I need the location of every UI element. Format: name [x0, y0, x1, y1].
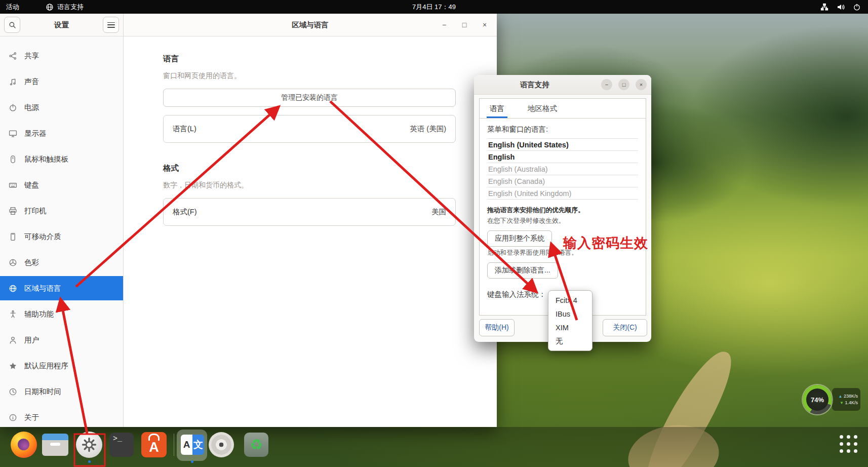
- sidebar-item-accessibility[interactable]: 辅助功能: [0, 302, 123, 326]
- upload-value: 238K/s: [844, 394, 858, 399]
- dialog-titlebar: 语言支持 − □ ×: [474, 75, 651, 95]
- close-icon[interactable]: ×: [636, 79, 647, 90]
- list-item-language[interactable]: English (United Kingdom): [487, 187, 638, 200]
- show-apps-button[interactable]: [840, 435, 857, 453]
- upload-speed: ▲ 238K/s: [839, 394, 858, 399]
- language-section-subtitle: 窗口和网页使用的语言。: [163, 71, 456, 81]
- settings-sidebar: 设置 共享 声音 电源: [0, 14, 124, 427]
- sidebar-item-label: 显示器: [24, 129, 47, 138]
- close-button[interactable]: ×: [481, 21, 489, 29]
- dock-item-recycle[interactable]: ♻: [243, 432, 269, 458]
- sidebar-item-sharing[interactable]: 共享: [0, 44, 123, 68]
- close-button-label: 关闭(C): [613, 323, 637, 332]
- dock-item-firefox[interactable]: [11, 432, 37, 458]
- language-name: English (Canada): [488, 177, 545, 185]
- sidebar-item-label: 辅助功能: [24, 309, 54, 319]
- ime-option-fcitx4[interactable]: Fcitx 4: [548, 293, 592, 307]
- clock-label: 7月4日 17：49: [412, 3, 456, 11]
- dock: >_ A A 文 ♻: [0, 427, 868, 467]
- sidebar-item-default-apps[interactable]: 默认应用程序: [0, 354, 123, 378]
- annotation-password-note: 输入密码生效: [563, 234, 648, 252]
- dock-item-software-store[interactable]: A: [141, 432, 167, 458]
- close-button[interactable]: 关闭(C): [603, 319, 647, 336]
- keyboard-icon: [9, 181, 17, 189]
- users-icon: [9, 336, 17, 344]
- dialog-window-controls: − □ ×: [601, 79, 647, 90]
- sidebar-item-label: 色彩: [24, 258, 39, 267]
- list-item-language[interactable]: English (Australia): [487, 163, 638, 175]
- primary-menu-button[interactable]: [103, 17, 119, 33]
- dialog-title: 语言支持: [474, 75, 596, 94]
- dock-item-input-method[interactable]: A 文: [177, 432, 204, 458]
- list-item-language[interactable]: English (United States): [487, 139, 638, 151]
- tab-label: 语言: [490, 104, 504, 113]
- manage-installed-languages-button[interactable]: 管理已安装的语言: [163, 89, 456, 107]
- dock-item-media-player[interactable]: [208, 432, 234, 458]
- sidebar-item-removable-media[interactable]: 可移动介质: [0, 224, 123, 249]
- volume-icon: [837, 3, 845, 11]
- store-glyph: A: [149, 441, 159, 454]
- recycle-glyph: ♻: [250, 436, 263, 453]
- sidebar-item-mouse[interactable]: 鼠标和触摸板: [0, 147, 123, 171]
- minimize-button[interactable]: −: [440, 21, 448, 29]
- sidebar-item-label: 用户: [24, 335, 39, 345]
- help-button[interactable]: 帮助(H): [479, 319, 515, 336]
- option-label: Fcitx 4: [556, 296, 577, 304]
- network-speed-widget: ▲ 238K/s ▼ 1.4K/s: [832, 388, 860, 411]
- sidebar-item-users[interactable]: 用户: [0, 328, 123, 352]
- dock-item-files[interactable]: [42, 432, 68, 458]
- list-item-language[interactable]: English (Canada): [487, 175, 638, 187]
- language-row-label: 语言(L): [173, 124, 196, 134]
- clock-icon: [9, 387, 17, 396]
- focused-app-menu[interactable]: 语言支持: [40, 0, 90, 14]
- download-speed: ▼ 1.4K/s: [840, 400, 858, 405]
- files-icon: [42, 434, 68, 456]
- sidebar-item-label: 鼠标和触摸板: [24, 154, 68, 164]
- sidebar-item-displays[interactable]: 显示器: [0, 121, 123, 145]
- settings-gear-icon: [76, 432, 102, 458]
- power-icon: [853, 3, 861, 11]
- format-row[interactable]: 格式(F) 美国: [163, 198, 456, 226]
- ime-dropdown-menu: Fcitx 4 IBus XIM 无: [548, 290, 593, 351]
- sidebar-item-region-language[interactable]: 区域与语言: [0, 276, 123, 300]
- im-left-glyph: A: [181, 435, 192, 455]
- sidebar-item-about[interactable]: 关于: [0, 405, 123, 430]
- tab-regional-formats[interactable]: 地区格式: [525, 99, 560, 118]
- sidebar-list: 共享 声音 电源 显示器 鼠标和触摸板: [0, 36, 123, 430]
- minimize-button[interactable]: −: [601, 79, 612, 90]
- removable-media-icon: [9, 232, 17, 241]
- sidebar-item-power[interactable]: 电源: [0, 95, 123, 120]
- language-row[interactable]: 语言(L) 英语 (美国): [163, 115, 456, 143]
- ime-option-none[interactable]: 无: [548, 334, 592, 348]
- maximize-button[interactable]: □: [618, 79, 629, 90]
- tab-language[interactable]: 语言: [487, 99, 507, 118]
- list-item-language[interactable]: English: [487, 151, 638, 163]
- sidebar-item-label: 关于: [24, 413, 39, 422]
- sidebar-item-datetime[interactable]: 日期和时间: [0, 379, 123, 404]
- sidebar-item-color[interactable]: 色彩: [0, 250, 123, 275]
- sidebar-item-label: 打印机: [24, 206, 47, 216]
- activities-button[interactable]: 活动: [0, 0, 25, 14]
- menu-language-label: 菜单和窗口的语言:: [487, 125, 638, 134]
- dock-item-terminal[interactable]: >_: [108, 432, 135, 458]
- system-tray[interactable]: [820, 0, 865, 14]
- drag-note: 拖动语言来安排他们的优先顺序。: [487, 206, 638, 215]
- sidebar-item-sound[interactable]: 声音: [0, 69, 123, 94]
- dock-item-settings[interactable]: [76, 432, 102, 458]
- sidebar-item-printers[interactable]: 打印机: [0, 199, 123, 223]
- ime-option-xim[interactable]: XIM: [548, 321, 592, 334]
- system-monitor-gauge[interactable]: 74%: [803, 385, 832, 414]
- power-icon: [9, 103, 17, 112]
- ime-option-ibus[interactable]: IBus: [548, 307, 592, 321]
- star-icon: [9, 362, 17, 370]
- sidebar-item-keyboard[interactable]: 键盘: [0, 173, 123, 197]
- maximize-button[interactable]: □: [460, 21, 468, 29]
- add-remove-languages-button[interactable]: 添加或删除语言...: [487, 262, 558, 279]
- apply-system-wide-button[interactable]: 应用到整个系统: [487, 230, 552, 247]
- hamburger-icon: [107, 22, 115, 28]
- format-row-label: 格式(F): [173, 207, 197, 217]
- globe-icon: [9, 284, 17, 293]
- language-section-heading: 语言: [163, 54, 456, 64]
- clock-button[interactable]: 7月4日 17：49: [412, 3, 456, 12]
- mouse-icon: [9, 155, 17, 164]
